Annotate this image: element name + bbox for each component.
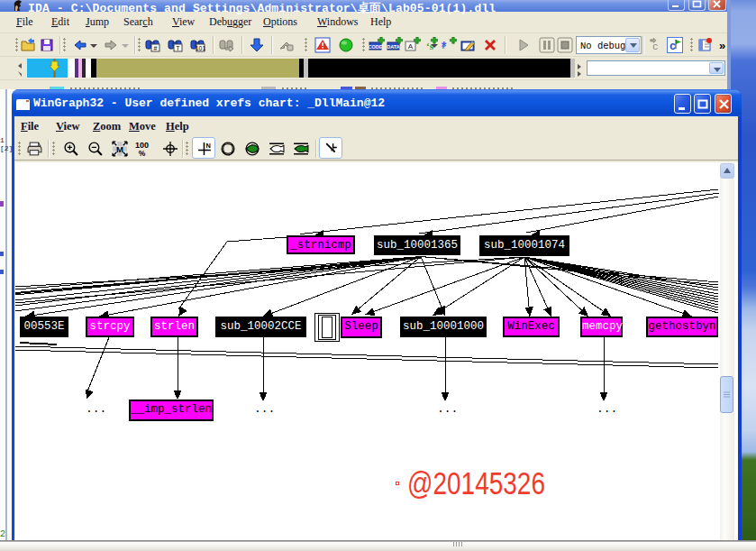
svg-text:101: 101: [196, 45, 205, 51]
svg-text:#: #: [154, 45, 158, 51]
svg-text:A: A: [408, 42, 414, 51]
svg-text:T: T: [176, 45, 180, 51]
svg-text:CODE: CODE: [369, 44, 383, 50]
svg-text:»: »: [719, 39, 725, 52]
svg-text:N: N: [206, 142, 211, 150]
svg-text:%: %: [139, 149, 146, 157]
svg-text:*: *: [442, 44, 445, 53]
svg-text:DATA: DATA: [387, 44, 399, 50]
svg-text:M: M: [116, 144, 123, 154]
svg-text:c: c: [669, 41, 676, 53]
